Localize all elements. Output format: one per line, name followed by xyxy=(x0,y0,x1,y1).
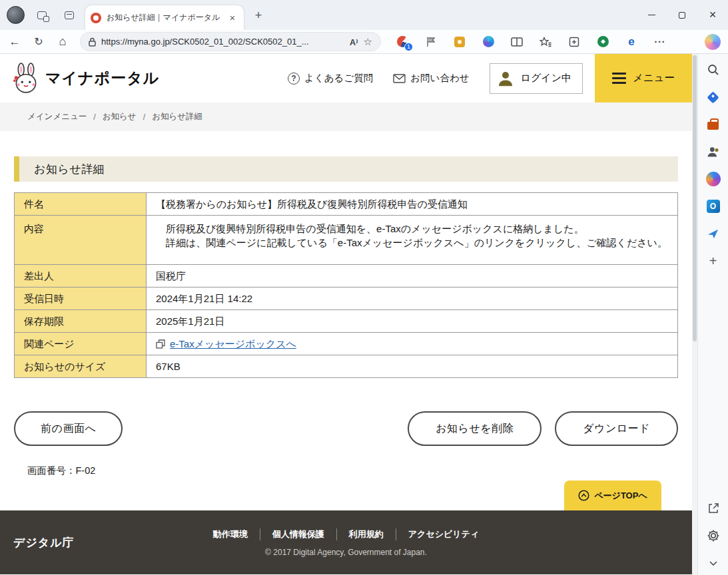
user-icon xyxy=(496,69,516,89)
more-options-icon[interactable] xyxy=(653,35,667,49)
row-label: 関連ページ xyxy=(15,333,147,355)
footer-links: 動作環境 個人情報保護 利用規約 アクセシビリティ xyxy=(201,528,491,540)
breadcrumb-main-menu[interactable]: メインメニュー xyxy=(27,111,87,122)
row-label: 保存期限 xyxy=(15,310,147,333)
key-icon[interactable] xyxy=(453,35,466,49)
action-buttons: 前の画面へ お知らせを削除 ダウンロード xyxy=(14,411,678,446)
row-value: 国税庁 xyxy=(147,265,678,288)
split-screen-icon[interactable] xyxy=(510,35,524,49)
copilot-icon[interactable] xyxy=(705,34,721,50)
content-line-2: 詳細は、関連ページに記載している「e-Taxメッセージボックスへ」のリンクをクリ… xyxy=(156,236,668,250)
open-in-browser-icon[interactable] xyxy=(705,500,721,516)
page-top-button[interactable]: ページTOPへ xyxy=(564,480,661,510)
back-icon[interactable] xyxy=(5,33,24,51)
table-row-retention: 保存期限 2025年1月21日 xyxy=(15,310,678,333)
page-scrollbar[interactable] xyxy=(692,54,697,575)
site-logo[interactable]: マイナポータル xyxy=(12,63,159,95)
back-button[interactable]: 前の画面へ xyxy=(14,411,123,446)
home-icon[interactable] xyxy=(53,33,72,51)
delete-notice-button[interactable]: お知らせを削除 xyxy=(408,411,542,446)
digital-agency-logo: デジタル庁 xyxy=(13,535,75,550)
minimize-icon[interactable] xyxy=(636,0,667,30)
table-row-subject: 件名 【税務署からのお知らせ】所得税及び復興特別所得税申告の受信通知 xyxy=(15,193,678,216)
row-label: 受信日時 xyxy=(15,288,147,310)
row-value: 【税務署からのお知らせ】所得税及び復興特別所得税申告の受信通知 xyxy=(147,193,678,216)
arrow-up-circle-icon xyxy=(578,490,589,501)
edge-e-icon[interactable] xyxy=(625,35,638,49)
site-favicon-icon xyxy=(91,13,101,23)
menu-button[interactable]: メニュー xyxy=(595,54,692,102)
copyright: © 2017 Digital Agency, Government of Jap… xyxy=(265,548,427,557)
scrollbar-thumb[interactable] xyxy=(693,55,697,341)
search-icon[interactable] xyxy=(705,62,721,78)
favorites-icon[interactable] xyxy=(539,35,552,49)
flag-icon[interactable] xyxy=(424,35,438,49)
table-row-related-page: 関連ページ e-Taxメッセージボックスへ xyxy=(15,333,678,355)
shopping-tag-icon[interactable] xyxy=(705,89,721,105)
row-label: 内容 xyxy=(15,216,147,265)
close-icon[interactable] xyxy=(697,0,728,30)
notification-extension-icon[interactable]: 1 xyxy=(396,35,409,49)
profiles-icon[interactable] xyxy=(705,144,721,160)
question-icon xyxy=(288,73,300,85)
faq-link[interactable]: よくあるご質問 xyxy=(288,72,373,85)
web-page: マイナポータル よくあるご質問 お問い合わせ ログイン中 xyxy=(0,54,692,575)
row-value: 2024年1月21日 14:22 xyxy=(147,288,678,310)
browser-essentials-icon[interactable] xyxy=(596,35,609,49)
collections-icon[interactable] xyxy=(567,35,581,49)
breadcrumb: メインメニュー / お知らせ / お知らせ詳細 xyxy=(0,102,692,131)
table-row-sender: 差出人 国税庁 xyxy=(15,265,678,288)
header-actions: よくあるご質問 お問い合わせ ログイン中 メニュー xyxy=(288,54,692,102)
row-value: 2025年1月21日 xyxy=(147,310,678,333)
designer-icon[interactable] xyxy=(705,226,721,242)
ribbon-icon[interactable] xyxy=(482,35,495,49)
breadcrumb-current: お知らせ詳細 xyxy=(152,111,202,122)
row-value: 67KB xyxy=(147,355,678,378)
maximize-icon[interactable] xyxy=(667,0,697,30)
mail-icon xyxy=(393,74,406,83)
breadcrumb-notices[interactable]: お知らせ xyxy=(103,111,137,122)
workspaces-icon[interactable] xyxy=(35,9,49,21)
outlook-icon[interactable] xyxy=(705,198,721,214)
browser-tab[interactable]: お知らせ詳細｜マイナポータル xyxy=(85,5,244,30)
lock-icon xyxy=(89,37,96,47)
faq-label: よくあるご質問 xyxy=(304,72,373,85)
tools-icon[interactable] xyxy=(705,116,721,132)
chevron-down-icon[interactable] xyxy=(705,555,721,571)
main-content: お知らせ詳細 件名 【税務署からのお知らせ】所得税及び復興特別所得税申告の受信通… xyxy=(0,131,692,510)
settings-gear-icon[interactable] xyxy=(705,528,721,544)
screen-number: 画面番号：F-02 xyxy=(27,465,678,477)
microsoft365-copilot-icon[interactable] xyxy=(705,171,721,187)
breadcrumb-separator: / xyxy=(93,112,95,122)
etax-messagebox-link[interactable]: e-Taxメッセージボックスへ xyxy=(170,337,296,351)
extensions-area: 1 xyxy=(396,35,667,49)
address-bar[interactable]: https://myna.go.jp/SCK0502_01_002/SCK050… xyxy=(80,32,381,51)
table-row-content: 内容 所得税及び復興特別所得税申告の受信通知を、e-Taxのメッセージボックスに… xyxy=(15,216,678,265)
table-row-received: 受信日時 2024年1月21日 14:22 xyxy=(15,288,678,310)
profile-avatar-icon[interactable] xyxy=(7,6,25,24)
tab-actions-icon[interactable] xyxy=(63,9,76,21)
tab-close-icon[interactable] xyxy=(226,12,238,24)
read-aloud-icon[interactable] xyxy=(350,36,358,48)
footer-link-environment[interactable]: 動作環境 xyxy=(201,528,260,540)
page-title-band: お知らせ詳細 xyxy=(14,156,678,182)
tab-title: お知らせ詳細｜マイナポータル xyxy=(107,12,226,23)
footer-link-privacy[interactable]: 個人情報保護 xyxy=(260,528,336,540)
content-line-1: 所得税及び復興特別所得税申告の受信通知を、e-Taxのメッセージボックスに格納し… xyxy=(156,222,668,236)
browser-window: お知らせ詳細｜マイナポータル https://myna.go.jp/SCK050… xyxy=(0,0,728,575)
refresh-icon[interactable] xyxy=(29,33,48,51)
favorite-star-icon[interactable] xyxy=(364,36,372,48)
site-footer: デジタル庁 動作環境 個人情報保護 利用規約 アクセシビリティ © 2017 D… xyxy=(0,510,692,574)
contact-link[interactable]: お問い合わせ xyxy=(393,72,469,85)
footer-link-terms[interactable]: 利用規約 xyxy=(336,528,396,540)
row-label: 差出人 xyxy=(15,265,147,288)
new-tab-icon[interactable] xyxy=(250,8,266,23)
hamburger-icon xyxy=(612,73,626,84)
browser-body: マイナポータル よくあるご質問 お問い合わせ ログイン中 xyxy=(0,54,728,575)
add-sidebar-item-icon[interactable] xyxy=(705,253,721,269)
download-button[interactable]: ダウンロード xyxy=(555,411,678,446)
footer-link-accessibility[interactable]: アクセシビリティ xyxy=(396,528,491,540)
url-text: https://myna.go.jp/SCK0502_01_002/SCK050… xyxy=(101,37,344,47)
contact-label: お問い合わせ xyxy=(410,72,469,85)
window-controls xyxy=(636,0,728,30)
